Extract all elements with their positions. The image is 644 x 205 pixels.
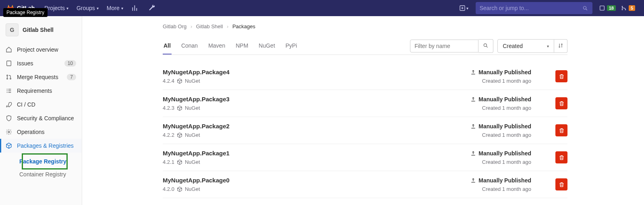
package-version: 4.2.1 bbox=[163, 159, 174, 165]
tab-npm[interactable]: NPM bbox=[235, 38, 249, 54]
chevron-right-icon: › bbox=[227, 23, 228, 29]
sidebar-item-label: Project overview bbox=[17, 46, 58, 53]
gear-icon bbox=[6, 129, 12, 135]
delete-button[interactable] bbox=[555, 124, 567, 136]
svg-point-10 bbox=[8, 131, 10, 133]
sidebar-item-merge-requests[interactable]: Merge Requests 7 bbox=[0, 70, 82, 84]
new-button[interactable]: ▾ bbox=[456, 2, 472, 14]
activity-button[interactable] bbox=[127, 0, 143, 16]
sidebar-item-overview[interactable]: Project overview bbox=[0, 43, 82, 56]
search-box[interactable] bbox=[476, 2, 592, 14]
chevron-down-icon: ▾ bbox=[466, 6, 468, 10]
nav-more[interactable]: More▾ bbox=[103, 0, 127, 16]
package-name[interactable]: MyNugetApp.Package0 bbox=[163, 177, 470, 184]
package-type: NuGet bbox=[185, 159, 200, 165]
search-icon bbox=[483, 43, 489, 48]
svg-point-8 bbox=[7, 78, 8, 79]
upload-icon bbox=[470, 151, 476, 156]
sub-item-container-registry[interactable]: Container Registry bbox=[14, 168, 82, 181]
package-name[interactable]: MyNugetApp.Package1 bbox=[163, 150, 470, 157]
issues-icon bbox=[6, 60, 12, 67]
delete-button[interactable] bbox=[555, 70, 567, 82]
tab-maven[interactable]: Maven bbox=[207, 38, 226, 54]
mr-badge[interactable]: 5 bbox=[618, 2, 638, 14]
search-input[interactable] bbox=[480, 5, 583, 11]
project-avatar: G bbox=[6, 23, 19, 36]
svg-point-5 bbox=[625, 9, 626, 10]
package-list: MyNugetApp.Package4 4.2.4 NuGet Manually… bbox=[163, 63, 567, 198]
tooltip: Package Registry bbox=[3, 8, 48, 17]
package-row: MyNugetApp.Package2 4.2.2 NuGet Manually… bbox=[163, 117, 567, 144]
publish-label: Manually Published bbox=[478, 123, 531, 130]
svg-point-7 bbox=[7, 75, 8, 76]
sidebar-item-requirements[interactable]: Requirements bbox=[0, 84, 82, 98]
breadcrumb-project[interactable]: Gitlab Shell bbox=[196, 23, 223, 29]
sort-icon bbox=[558, 43, 563, 48]
publish-label: Manually Published bbox=[478, 177, 531, 184]
sub-item-label: Container Registry bbox=[19, 171, 66, 178]
delete-button[interactable] bbox=[555, 178, 567, 190]
breadcrumb-org[interactable]: Gitlab Org bbox=[163, 23, 186, 29]
sidebar-item-operations[interactable]: Operations bbox=[0, 125, 82, 139]
breadcrumb-current: Packages bbox=[232, 23, 255, 29]
merge-icon bbox=[6, 74, 12, 80]
sort-label: Created bbox=[503, 43, 523, 49]
chevron-down-icon: ▾ bbox=[547, 44, 549, 48]
chevron-down-icon: ▾ bbox=[66, 6, 68, 10]
package-time: Created 1 month ago bbox=[470, 186, 531, 192]
publish-label: Manually Published bbox=[478, 150, 531, 157]
package-name[interactable]: MyNugetApp.Package4 bbox=[163, 69, 470, 75]
package-time: Created 1 month ago bbox=[470, 159, 531, 165]
admin-button[interactable] bbox=[143, 0, 159, 16]
sidebar-item-issues[interactable]: Issues 10 bbox=[0, 56, 82, 70]
project-name: Gitlab Shell bbox=[23, 27, 54, 33]
filter-search-button[interactable] bbox=[478, 39, 493, 53]
publish-label: Manually Published bbox=[478, 96, 531, 102]
sidebar-item-security[interactable]: Security & Compliance bbox=[0, 111, 82, 125]
package-icon bbox=[177, 132, 182, 138]
trash-icon bbox=[559, 128, 565, 134]
sidebar-item-label: Operations bbox=[17, 129, 44, 135]
nav-groups[interactable]: Groups▾ bbox=[72, 0, 103, 16]
trash-icon bbox=[559, 155, 565, 161]
package-type: NuGet bbox=[185, 186, 200, 192]
tab-all[interactable]: All bbox=[163, 38, 172, 54]
mr-badge: 7 bbox=[67, 74, 76, 80]
list-icon bbox=[6, 88, 12, 94]
sidebar-item-label: CI / CD bbox=[17, 101, 35, 108]
delete-button[interactable] bbox=[555, 151, 567, 163]
tabs: All Conan Maven NPM NuGet PyPi bbox=[163, 38, 298, 54]
main-content: Gitlab Org › Gitlab Shell › Packages All… bbox=[82, 16, 644, 205]
chart-icon bbox=[131, 4, 139, 12]
sidebar: G Gitlab Shell Project overview Issues 1… bbox=[0, 16, 82, 205]
upload-icon bbox=[470, 96, 476, 102]
package-row: MyNugetApp.Package3 4.2.3 NuGet Manually… bbox=[163, 90, 567, 117]
sidebar-item-packages[interactable]: Packages & Registries bbox=[0, 139, 82, 153]
svg-point-1 bbox=[584, 6, 586, 9]
filter-input[interactable] bbox=[410, 40, 478, 52]
shield-icon bbox=[6, 115, 12, 121]
tab-nuget[interactable]: NuGet bbox=[258, 38, 275, 54]
sidebar-item-cicd[interactable]: CI / CD bbox=[0, 98, 82, 111]
sort-select[interactable]: Created ▾ bbox=[497, 39, 554, 53]
home-icon bbox=[6, 46, 12, 53]
sub-item-package-registry[interactable]: Package Registry bbox=[14, 155, 82, 168]
package-row: MyNugetApp.Package0 4.2.0 NuGet Manually… bbox=[163, 171, 567, 198]
package-time: Created 1 month ago bbox=[470, 105, 531, 111]
package-name[interactable]: MyNugetApp.Package2 bbox=[163, 123, 470, 130]
package-version: 4.2.2 bbox=[163, 132, 174, 138]
upload-icon bbox=[470, 178, 476, 183]
package-name[interactable]: MyNugetApp.Package3 bbox=[163, 96, 470, 102]
tab-conan[interactable]: Conan bbox=[180, 38, 199, 54]
package-type: NuGet bbox=[185, 132, 200, 138]
project-header[interactable]: G Gitlab Shell bbox=[0, 19, 82, 40]
upload-icon bbox=[470, 69, 476, 75]
package-icon bbox=[177, 159, 182, 165]
issues-badge[interactable]: 18 bbox=[596, 2, 618, 14]
package-time: Created 1 month ago bbox=[470, 78, 531, 84]
sidebar-item-label: Packages & Registries bbox=[17, 142, 74, 149]
tab-pypi[interactable]: PyPi bbox=[285, 38, 298, 54]
delete-button[interactable] bbox=[555, 97, 567, 109]
breadcrumb: Gitlab Org › Gitlab Shell › Packages bbox=[163, 23, 567, 29]
sort-direction-button[interactable] bbox=[554, 39, 567, 53]
